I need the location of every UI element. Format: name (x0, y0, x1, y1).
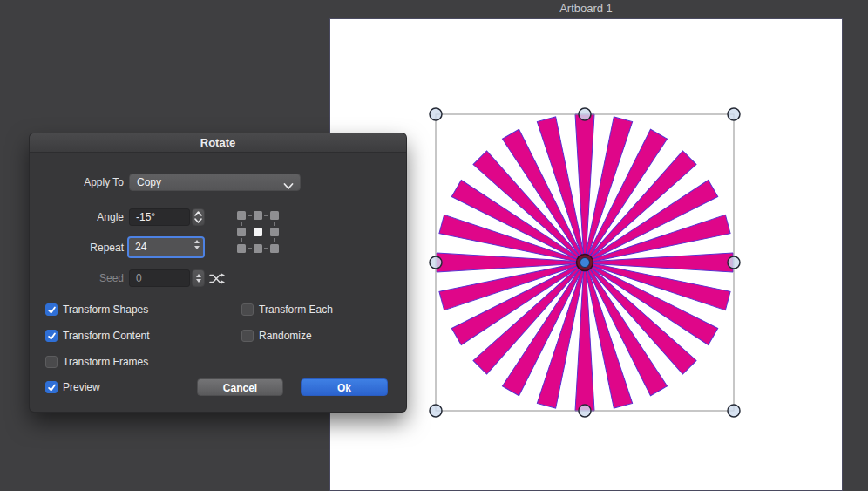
cancel-button[interactable]: Cancel (197, 378, 283, 396)
checkbox-label: Transform Each (259, 303, 333, 317)
chevron-up-icon (194, 211, 202, 216)
checkbox-transform-frames[interactable]: Transform Frames (45, 355, 148, 369)
check-icon (47, 383, 57, 392)
checkbox-box[interactable] (45, 356, 58, 368)
checkbox-transform-content[interactable]: Transform Content (45, 329, 150, 343)
repeat-label: Repeat (30, 239, 124, 256)
artboard[interactable] (329, 18, 843, 491)
anchor-dash (248, 248, 252, 249)
checkbox-preview[interactable]: Preview (45, 380, 100, 394)
chevron-down-icon (283, 179, 294, 194)
checkbox-box[interactable] (45, 330, 58, 342)
anchor-point-selector[interactable] (237, 211, 279, 253)
checkbox-transform-shapes[interactable]: Transform Shapes (45, 303, 148, 317)
checkbox-box[interactable] (45, 381, 58, 393)
repeat-value: 24 (135, 239, 146, 256)
chevron-down-icon (194, 218, 202, 223)
stepper-down-icon (196, 279, 201, 283)
anchor-cell[interactable] (254, 244, 262, 253)
check-icon (47, 331, 57, 341)
anchor-cell[interactable] (254, 228, 262, 236)
dialog-title[interactable]: Rotate (30, 133, 406, 153)
seed-stepper[interactable] (192, 269, 205, 287)
seed-input[interactable]: 0 (129, 269, 190, 287)
anchor-dash (264, 248, 268, 249)
seed-label: Seed (30, 269, 124, 287)
checkbox-label: Transform Shapes (63, 303, 148, 317)
checkbox-label: Randomize (259, 329, 312, 343)
angle-label: Angle (30, 208, 124, 226)
checkbox-transform-each[interactable]: Transform Each (241, 303, 333, 317)
apply-to-value: Copy (137, 176, 161, 188)
anchor-dash (241, 222, 242, 226)
checkbox-label: Preview (63, 380, 100, 394)
stepper-down-icon (194, 246, 200, 249)
anchor-cell[interactable] (270, 244, 279, 253)
check-icon (47, 305, 57, 315)
checkbox-box[interactable] (241, 303, 254, 316)
anchor-dash (264, 215, 268, 216)
rotate-dialog: Rotate Apply To Copy Angle -15° Repeat 2… (30, 133, 406, 412)
repeat-input[interactable]: 24 (127, 236, 205, 258)
angle-stepper[interactable] (192, 208, 205, 226)
checkbox-box[interactable] (241, 330, 254, 342)
anchor-cell[interactable] (237, 211, 246, 220)
anchor-dash (248, 215, 252, 216)
checkbox-label: Transform Content (63, 329, 150, 343)
stepper-up-icon (196, 274, 201, 277)
apply-to-dropdown[interactable]: Copy (129, 174, 301, 191)
shuffle-icon[interactable] (209, 273, 225, 287)
anchor-cell[interactable] (270, 211, 279, 220)
anchor-cell[interactable] (270, 228, 279, 236)
checkbox-label: Transform Frames (63, 355, 148, 369)
anchor-dash (241, 238, 242, 242)
anchor-dash (274, 238, 275, 242)
ok-button[interactable]: Ok (301, 378, 388, 396)
apply-to-label: Apply To (30, 174, 124, 191)
anchor-cell[interactable] (237, 228, 246, 236)
angle-input[interactable]: -15° (129, 208, 190, 226)
checkbox-box[interactable] (45, 303, 58, 316)
checkbox-randomize[interactable]: Randomize (241, 329, 312, 343)
anchor-dash (274, 222, 275, 226)
repeat-stepper[interactable] (194, 240, 200, 249)
artboard-title: Artboard 1 (329, 0, 843, 17)
anchor-cell[interactable] (237, 244, 246, 253)
anchor-cell[interactable] (254, 211, 262, 220)
stepper-up-icon (194, 240, 200, 243)
